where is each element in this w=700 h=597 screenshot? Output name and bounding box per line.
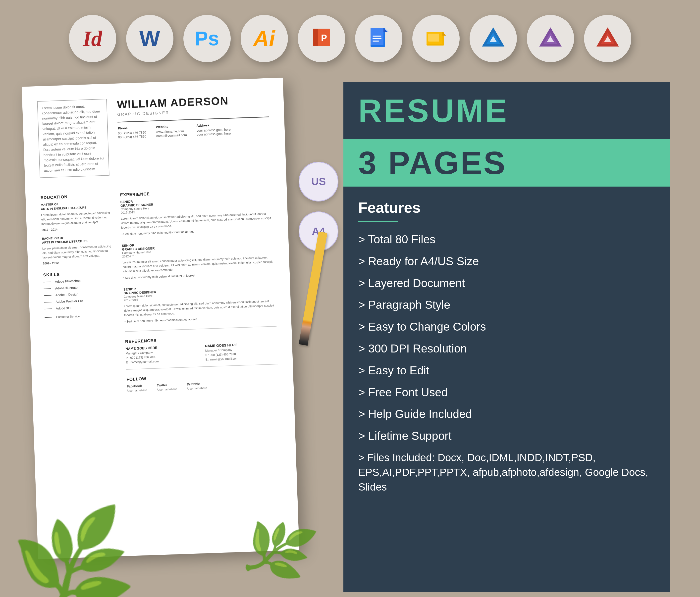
edu-item-1: MASTER OF ARTS IN ENGLISH LITERATURE Lor… [41, 200, 114, 232]
feature-help-guide: > Help Guide Included [358, 407, 655, 422]
skills-more: Customer Service [45, 313, 117, 319]
svg-rect-10 [373, 41, 379, 42]
illustrator-icon: Ai [241, 15, 288, 62]
skills-section-title: SKILLS [43, 270, 116, 278]
resume-heading: RESUME [358, 95, 655, 127]
follow-dribbble: Dribbble /usernamehere [186, 382, 207, 391]
ref-item-1: NAME GOES HERE Manager / Company P : 000… [125, 344, 198, 364]
resume-right-column: EXPERIENCE SENIOR GRAPHIC DESIGNER Compa… [120, 180, 279, 393]
pages-label-panel: 3 PAGES [343, 139, 670, 186]
features-divider [358, 221, 398, 222]
feature-layered: > Layered Document [358, 276, 655, 291]
indesign-icon: Id [69, 15, 116, 62]
google-docs-icon [355, 15, 402, 62]
skills-list: Adobe Photoshop Adobe Illustrator Adobe … [43, 278, 117, 311]
affinity-designer-icon [470, 15, 517, 62]
pages-heading: 3 PAGES [358, 147, 655, 179]
feature-free-font: > Free Font Used [358, 385, 655, 400]
resume-sidebar-top: Lorem ipsum dolor sit amet, consectetuer… [37, 99, 109, 178]
skill-premier: Adobe Premier Pro [44, 298, 116, 304]
exp-item-2: SENIOR GRAPHIC DESIGNER Company Name Her… [122, 238, 275, 280]
ref-item-2: NAME GOES HERE Manager / Company P : 000… [205, 341, 278, 361]
us-size-badge: US [299, 162, 339, 202]
references-row: NAME GOES HERE Manager / Company P : 000… [125, 341, 278, 364]
resume-paper: Lorem ipsum dolor sit amet, consectetuer… [22, 78, 299, 559]
word-icon: W [126, 15, 173, 62]
google-slides-icon [412, 15, 459, 62]
resume-header: Lorem ipsum dolor sit amet, consectetuer… [37, 93, 271, 178]
resume-divider [118, 116, 269, 122]
feature-easy-edit: > Easy to Edit [358, 363, 655, 378]
exp-item-1: SENIOR GRAPHIC DESIGNER Company Name Her… [120, 195, 273, 236]
education-section-title: EDUCATION [40, 193, 113, 200]
resume-left-column: EDUCATION MASTER OF ARTS IN ENGLISH LITE… [40, 185, 120, 395]
skill-illustrator: Adobe Illustrator [44, 284, 116, 290]
feature-colors: > Easy to Change Colors [358, 319, 655, 334]
resume-contact: Phone 000 (123) 456 7890 000 (123) 456 7… [118, 121, 270, 139]
feature-lifetime-support: > Lifetime Support [358, 429, 655, 443]
features-panel: Features > Total 80 Files > Ready for A4… [343, 186, 670, 592]
feature-paragraph: > Paragraph Style [358, 297, 655, 312]
app-icons-row: Id W Ps Ai P [0, 0, 700, 82]
feature-ready-size: > Ready for A4/US Size [358, 254, 655, 269]
edu-item-2: BACHELOR OF ARTS IN ENGLISH LITERATURE L… [42, 234, 115, 265]
main-content: Lorem ipsum dolor sit amet, consectetuer… [0, 82, 700, 592]
svg-rect-15 [428, 33, 439, 42]
resume-body: EDUCATION MASTER OF ARTS IN ENGLISH LITE… [40, 180, 279, 395]
section-divider-2 [126, 364, 278, 370]
svg-rect-9 [373, 38, 381, 39]
follow-row: Facebook /usernamehere Twitter /username… [127, 379, 279, 393]
right-panel: RESUME 3 PAGES Features > Total 80 Files… [343, 82, 670, 592]
features-title: Features [358, 199, 655, 216]
follow-facebook: Facebook /usernamehere [127, 384, 147, 393]
leaf-left: 🌿 [8, 508, 140, 597]
affinity-publisher-icon [584, 15, 631, 62]
exp-item-3: SENIOR GRAPHIC DESIGNER Company Name Her… [123, 282, 276, 324]
powerpoint-icon: P [298, 15, 345, 62]
svg-rect-8 [373, 35, 381, 36]
contact-phone: Phone 000 (123) 456 7890 000 (123) 456 7… [118, 126, 146, 139]
resume-main-info: WILLIAM ADERSON GRAPHIC DESIGNER Phone 0… [117, 93, 271, 175]
resume-label-panel: RESUME [343, 82, 670, 139]
skill-xd: Adobe XD [44, 305, 117, 311]
svg-marker-13 [443, 32, 446, 35]
contact-website: Website www.sitename.com name@yourmail.c… [156, 124, 187, 138]
section-divider [125, 326, 277, 332]
skill-photoshop: Adobe Photoshop [43, 278, 116, 284]
svg-text:P: P [321, 33, 327, 43]
contact-address: Address your address goes here your addr… [196, 123, 231, 136]
follow-twitter: Twitter /usernamehere [157, 383, 177, 392]
feature-files-included: > Files Included: Docx, Doc,IDML,INDD,IN… [358, 450, 655, 494]
resume-preview: Lorem ipsum dolor sit amet, consectetuer… [30, 82, 328, 592]
resume-sidebar-text: Lorem ipsum dolor sit amet, consectetuer… [37, 99, 109, 178]
skill-indesign: Adobe InDesign [44, 291, 116, 297]
feature-dpi: > 300 DPI Resolution [358, 341, 655, 356]
photoshop-icon: Ps [183, 15, 231, 62]
feature-total-files: > Total 80 Files [358, 232, 655, 247]
affinity-photo-icon [527, 15, 574, 62]
